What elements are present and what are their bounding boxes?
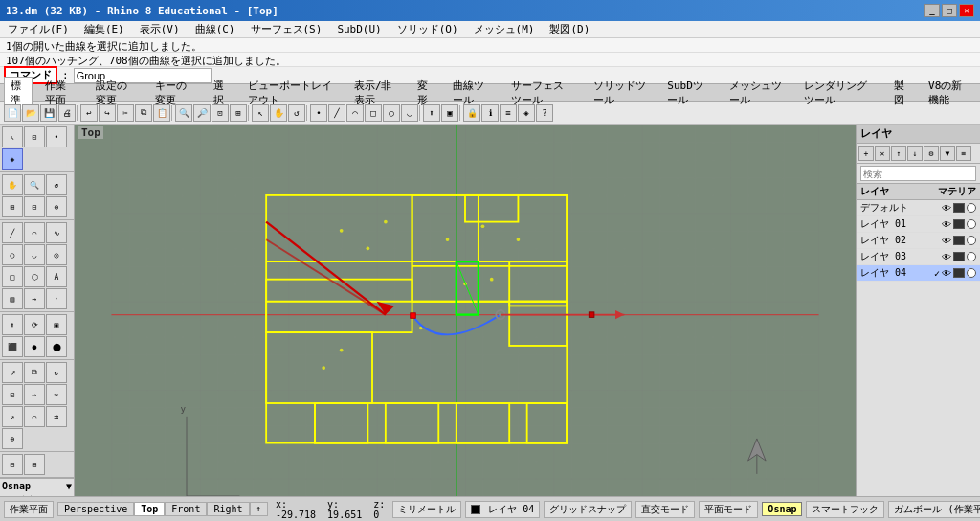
layer-material-01[interactable]: [967, 219, 976, 229]
lt-extend[interactable]: ↗: [2, 406, 23, 427]
lt-copy2[interactable]: ⧉: [24, 362, 45, 383]
tb-render[interactable]: ◈: [518, 104, 535, 122]
menu-subd[interactable]: SubD(U): [333, 22, 385, 36]
layer-color-01[interactable]: [953, 219, 965, 229]
menu-file[interactable]: ファイル(F): [4, 21, 73, 37]
tb-props[interactable]: ℹ: [481, 104, 499, 122]
osnap-button[interactable]: Osnap: [762, 502, 802, 516]
lt-offset[interactable]: ⇉: [46, 406, 67, 427]
layer-filter[interactable]: ▼: [940, 146, 955, 161]
lt-dim[interactable]: ↔: [24, 288, 45, 309]
lt-hatch[interactable]: ▤: [2, 288, 23, 309]
lt-arc[interactable]: ◡: [24, 244, 45, 265]
tb-open[interactable]: 📂: [22, 104, 39, 122]
close-button[interactable]: ✕: [959, 4, 974, 17]
tab-right[interactable]: Right: [207, 502, 249, 516]
lt-polyline[interactable]: ⌒: [24, 222, 45, 243]
layer-visible-icon[interactable]: 👁: [942, 203, 951, 214]
lt-solid-cyl[interactable]: ⬤: [46, 336, 67, 357]
tb-undo[interactable]: ↩: [80, 104, 98, 122]
ortho-mode-button[interactable]: 直交モード: [635, 501, 695, 518]
layer-settings[interactable]: ≡: [956, 146, 971, 161]
tab-front[interactable]: Front: [165, 502, 207, 516]
lt-zoom-ext[interactable]: ⊞: [2, 196, 23, 217]
lt-solid-sphere[interactable]: ●: [24, 336, 45, 357]
lt-ellipse[interactable]: ◎: [46, 244, 67, 265]
tb-line[interactable]: ╱: [328, 104, 345, 122]
lt-rectangle[interactable]: □: [2, 266, 23, 287]
tb-redo[interactable]: ↪: [99, 104, 116, 122]
lt-revolve[interactable]: ⟳: [24, 314, 45, 335]
layer-row-default[interactable]: デフォルト 👁: [857, 200, 980, 216]
menu-edit[interactable]: 編集(E): [80, 21, 128, 37]
layer-row-01[interactable]: レイヤ 01 👁: [857, 216, 980, 233]
viewport[interactable]: Top: [75, 125, 856, 496]
menu-mesh[interactable]: メッシュ(M): [470, 21, 539, 37]
tb-point[interactable]: •: [310, 104, 327, 122]
tab-v8-new[interactable]: V8の新機能: [922, 77, 976, 109]
layer-properties[interactable]: ⚙: [924, 146, 939, 161]
lt-text[interactable]: A: [46, 266, 67, 287]
tab-drafting[interactable]: 製図: [887, 77, 916, 109]
menu-surface[interactable]: サーフェス(S): [247, 21, 326, 37]
layer-visible-icon-04[interactable]: 👁: [942, 268, 951, 279]
gumball-button[interactable]: ガムボール (作業平面): [888, 501, 980, 518]
lt-polygon[interactable]: ⬡: [24, 266, 45, 287]
lt-gumball[interactable]: ⊞: [24, 454, 45, 475]
tb-cut[interactable]: ✂: [117, 104, 134, 122]
menu-drafting[interactable]: 製図(D): [546, 21, 593, 37]
lt-active1[interactable]: ◈: [2, 148, 23, 170]
tb-arc[interactable]: ◡: [401, 104, 418, 122]
maximize-button[interactable]: □: [942, 4, 957, 17]
layer-color-03[interactable]: [953, 252, 965, 261]
grid-snap-button[interactable]: グリッドスナップ: [544, 501, 632, 518]
layer-up[interactable]: ↑: [891, 146, 906, 161]
osnap-filter-icon[interactable]: ▼: [66, 481, 72, 491]
layer-color-04[interactable]: [953, 268, 965, 278]
tab-render-tools[interactable]: レンダリングツール: [797, 77, 881, 109]
layer-material-04[interactable]: [967, 268, 976, 278]
layer-color-02[interactable]: [953, 236, 965, 245]
tb-polyline[interactable]: ⌒: [346, 104, 364, 122]
tb-pan[interactable]: ✋: [270, 104, 287, 122]
lt-target[interactable]: ⊕: [46, 196, 67, 217]
layer-visible-icon-01[interactable]: 👁: [942, 219, 951, 230]
smart-hook-button[interactable]: スマートフック: [806, 501, 884, 518]
tb-zoom-out[interactable]: 🔎: [193, 104, 211, 122]
lt-rotate[interactable]: ↻: [46, 362, 67, 383]
workplane-indicator[interactable]: 作業平面: [4, 501, 54, 518]
lt-circle[interactable]: ○: [2, 244, 23, 265]
tab-top[interactable]: Top: [134, 502, 165, 516]
lt-rotate3d[interactable]: ↺: [46, 174, 67, 195]
tab-mesh-tools[interactable]: メッシュツール: [723, 77, 791, 109]
lt-patch[interactable]: ▣: [46, 314, 67, 335]
lt-zoom-win[interactable]: ⊟: [24, 196, 45, 217]
tb-layers[interactable]: ≡: [500, 104, 517, 122]
layer-search-input[interactable]: [860, 166, 976, 181]
tb-lock[interactable]: 🔒: [463, 104, 480, 122]
tb-help[interactable]: ?: [536, 104, 553, 122]
lt-curve-free[interactable]: ∿: [46, 222, 67, 243]
layer-visible-icon-03[interactable]: 👁: [942, 252, 951, 262]
lt-fillet[interactable]: ⌒: [24, 406, 45, 427]
layer-material-02[interactable]: [967, 236, 976, 245]
planar-mode-button[interactable]: 平面モード: [699, 501, 758, 518]
tb-paste[interactable]: 📋: [153, 104, 170, 122]
layer-material-03[interactable]: [967, 252, 976, 261]
lt-point[interactable]: •: [46, 126, 67, 147]
tab-subd-tools[interactable]: SubDツール: [660, 77, 717, 109]
menu-view[interactable]: 表示(V): [136, 21, 184, 37]
layer-down[interactable]: ↓: [907, 146, 923, 161]
lt-extrude[interactable]: ⬆: [2, 314, 23, 335]
layer-row-04[interactable]: レイヤ 04 ✓ 👁: [857, 265, 980, 282]
lt-move[interactable]: ⤢: [2, 362, 23, 383]
layer-color-default[interactable]: [953, 203, 965, 213]
minimize-button[interactable]: _: [924, 4, 940, 17]
tb-save[interactable]: 💾: [40, 104, 57, 122]
layer-visible-icon-02[interactable]: 👁: [942, 236, 951, 246]
lt-line[interactable]: ╱: [2, 222, 23, 243]
tb-zoom-all[interactable]: ⊡: [212, 104, 229, 122]
tab-solid-tools[interactable]: ソリッドツール: [587, 77, 656, 109]
tab-perspective[interactable]: Perspective: [57, 502, 134, 516]
tb-rectangle[interactable]: □: [365, 104, 382, 122]
